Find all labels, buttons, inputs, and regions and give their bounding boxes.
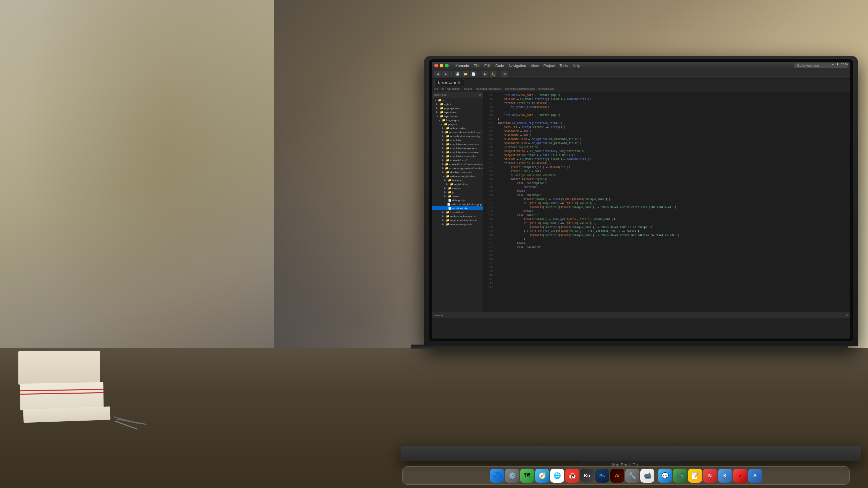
dock-item-news[interactable]: N: [703, 469, 717, 483]
sys2-icon: 🔧: [629, 472, 636, 479]
tree-item-phpmyadmin[interactable]: ▶ 📁 phpmyadmin: [432, 106, 483, 110]
menu-view[interactable]: View: [531, 64, 539, 68]
tab-label: functions.php: [438, 81, 456, 85]
maximize-button[interactable]: [445, 64, 449, 67]
tree-item-languages[interactable]: ▼ 📁 languages: [432, 118, 483, 122]
book-3: [18, 351, 100, 385]
menu-komodo[interactable]: Komodo: [455, 64, 469, 68]
tree-item-captcha[interactable]: ▶ 📁 really-simple-captcha: [432, 214, 483, 218]
tree-item-custom-reg[interactable]: ▶ 📁 custom-registration-form-builder-wit…: [432, 166, 483, 170]
sidebar-gear-icon[interactable]: ⚙: [479, 93, 481, 96]
tree-item-relative-urls[interactable]: ▶ 📁 relative-image-urls: [432, 222, 483, 226]
news-icon: N: [708, 473, 711, 478]
tree-label: relative-image-urls: [451, 223, 472, 226]
breadcrumb-plugins[interactable]: plugins: [464, 87, 472, 90]
tree-item-debug-php[interactable]: ▶ 📄 debug.php: [432, 198, 483, 202]
dock-item-finder[interactable]: 🔵: [490, 469, 504, 483]
komodo-icon: Ko: [584, 473, 590, 478]
toolbar-back[interactable]: ◀: [434, 71, 441, 77]
tree-item-char-avatar[interactable]: ▶ 📁 charitable-user-avatar: [432, 154, 483, 158]
menu-code[interactable]: Code: [495, 64, 504, 68]
code-line: $registration = ER_Model::factory('Regis…: [498, 150, 848, 154]
minimize-button[interactable]: [440, 64, 443, 67]
tree-item-layerslider[interactable]: ▶ 📁 LayerSlider: [432, 210, 483, 214]
dock-item-system-prefs[interactable]: ⚙️: [505, 469, 519, 483]
dock-item-messages[interactable]: 💬: [658, 469, 672, 483]
toolbar-debug[interactable]: 🐛: [490, 71, 496, 77]
tree-item-src[interactable]: ▼ 📁 src: [432, 98, 483, 102]
book-1: [23, 406, 110, 423]
dock-item-appstore[interactable]: A: [748, 469, 762, 483]
menu-help[interactable]: Help: [573, 64, 581, 68]
close-button[interactable]: [434, 64, 438, 67]
tree-item-views[interactable]: ▶ 📁 views: [432, 194, 483, 198]
dock-item-calendar[interactable]: 📅: [565, 469, 579, 483]
toolbar-forward[interactable]: ▶: [442, 71, 449, 77]
breadcrumb-src[interactable]: src: [434, 87, 438, 90]
dock-item-notes[interactable]: 📝: [688, 469, 702, 483]
menu-navigation[interactable]: Navigation: [509, 64, 526, 68]
tree-item-disable-comments[interactable]: ▶ 📁 disable-comments: [432, 170, 483, 174]
tree-label: charitable-license-reuse: [451, 151, 479, 154]
tree-item-extended-reg-php[interactable]: ▶ 📄 extended-registration.php: [432, 202, 483, 206]
menu-edit[interactable]: Edit: [485, 64, 491, 68]
tree-item-cf7[interactable]: ▶ 📁 contact-form-7: [432, 158, 483, 162]
tree-item-functions-php[interactable]: ▶ 📄 functions.php: [432, 206, 483, 210]
dock-item-illustrator[interactable]: Ai: [610, 469, 624, 483]
code-content[interactable]: include($view_path . 'header.php'); $fie…: [495, 92, 850, 338]
tree-item-js[interactable]: ▶ 📁 js: [432, 190, 483, 194]
safari-icon: 🧭: [538, 472, 546, 479]
tree-item-registration[interactable]: ▶ 📁 registration: [432, 182, 483, 186]
breadcrumb-file[interactable]: extended-registration.php: [504, 87, 535, 90]
tree-item-char-ambassadors[interactable]: ▶ 📁 charitable-ambassadors: [432, 142, 483, 146]
tree-item-cf7-db[interactable]: ▶ 📁 contact-form-7-to-database-extension: [432, 162, 483, 166]
menu-file[interactable]: File: [474, 64, 480, 68]
toolbar-run[interactable]: ▶: [482, 71, 488, 77]
breadcrumb-ht[interactable]: ht: [441, 87, 444, 90]
dock-item-maps[interactable]: 🗺: [520, 469, 534, 483]
tree-item-char-license[interactable]: ▶ 📁 charitable-license-reuse: [432, 150, 483, 154]
tree-item-charitable[interactable]: ▶ 📁 charitable: [432, 138, 483, 142]
toolbar-new[interactable]: 📄: [470, 71, 477, 77]
dock-item-sys2[interactable]: 🔧: [625, 469, 639, 483]
tab-functions-php[interactable]: functions.php ×: [434, 79, 464, 86]
tree-item-char-anon[interactable]: ▶ 📁 charitable-anonymous: [432, 146, 483, 150]
tree-item-regen-thumbs[interactable]: ▶ 📁 regenerate-thumbnails: [432, 218, 483, 222]
breadcrumb-extended-reg[interactable]: extended-registration: [476, 87, 501, 90]
dock-item-itunes[interactable]: ♪: [733, 469, 747, 483]
tree-item-plugins[interactable]: ▼ 📁 plugins: [432, 122, 483, 126]
notes-icon: 📝: [691, 472, 699, 479]
toolbar-open[interactable]: 📂: [462, 71, 469, 77]
tree-item-wp-admin[interactable]: ▶ 📁 wp-admin: [432, 110, 483, 114]
breadcrumb-wp-content[interactable]: wp-content: [447, 87, 460, 90]
dock-item-safari[interactable]: 🧭: [535, 469, 549, 483]
dock-item-photoshop[interactable]: Ps: [595, 469, 609, 483]
tree-item-wp-content[interactable]: ▼ 📁 wp-content: [432, 114, 483, 118]
laptop-screen-outer: Komodo File Edit Code Navigation View Pr…: [424, 56, 858, 346]
code-line: }: [498, 237, 848, 241]
dock-item-komodo[interactable]: Ko: [580, 469, 594, 483]
dock-item-facetime2[interactable]: 📹: [673, 469, 687, 483]
tree-item-extended-reg[interactable]: ▼ 📁 extended-registration: [432, 174, 483, 178]
tree-item-amr[interactable]: ▶ 📁 amr-shortcode-any-widget: [432, 134, 483, 138]
tree-item-cgi-bin[interactable]: ▶ 📁 cgi-bin: [432, 102, 483, 106]
tree-item-backend[interactable]: ▶ 📁 backend: [432, 178, 483, 182]
code-line: $results['errors'][$field['unique_name']…: [498, 205, 848, 209]
menu-project[interactable]: Project: [544, 64, 555, 68]
dock-item-chrome[interactable]: 🌐: [550, 469, 564, 483]
menu-tools[interactable]: Tools: [560, 64, 568, 68]
code-line: // Assign value and validate: [498, 173, 848, 177]
laptop-screen-bezel: Komodo File Edit Code Navigation View Pr…: [429, 59, 853, 341]
tree-label: really-simple-captcha: [451, 215, 476, 218]
dock-item-facetime[interactable]: 📹: [640, 469, 654, 483]
tree-item-acf-pro[interactable]: ▶ 📁 advanced-custom-fields-pro: [432, 130, 483, 134]
tree-label: charitable-user-avatar: [451, 155, 476, 158]
tree-item-acf[interactable]: ▶ 📁 acf-accordion: [432, 126, 483, 130]
code-editor[interactable]: 95 96 97 98 99 100 101 102 103 104 105 1…: [484, 92, 850, 338]
tab-close-button[interactable]: ×: [458, 82, 460, 84]
toolbar-save[interactable]: 💾: [454, 71, 461, 77]
dock-item-keynote[interactable]: K: [718, 469, 732, 483]
laptop: Komodo File Edit Code Navigation View Pr…: [384, 56, 868, 488]
toolbar-settings[interactable]: ⚙: [501, 71, 508, 77]
tree-item-classes[interactable]: ▶ 📁 classes: [432, 186, 483, 190]
